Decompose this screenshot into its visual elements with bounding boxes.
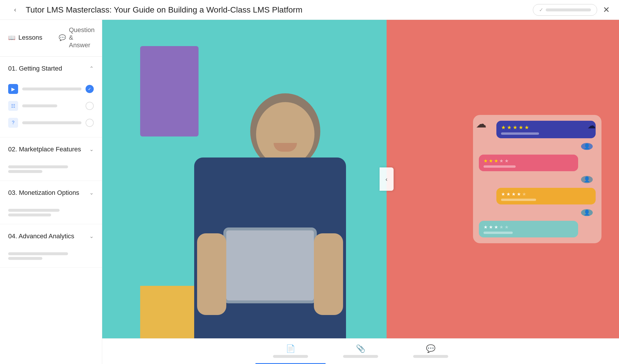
chat-card: ☁ ☁ ★★★★★ 👤 xyxy=(473,115,601,243)
right-arm xyxy=(314,233,343,315)
section-04-header[interactable]: 04. Advanced Analytics ⌄ xyxy=(0,224,102,248)
toolbar-qa[interactable]: 💬 xyxy=(396,339,466,364)
video-left-panel: ‹ xyxy=(102,20,387,338)
qa-bar xyxy=(413,355,448,358)
section-04: 04. Advanced Analytics ⌄ xyxy=(0,224,102,268)
check-icon: ✓ xyxy=(539,7,543,13)
bubble-bar xyxy=(501,132,539,135)
main-layout: 📖 Lessons 💬 Question & Answer 01. Gettin… xyxy=(0,20,619,364)
notes-bar xyxy=(273,355,308,358)
qa-toolbar-icon: 💬 xyxy=(426,344,435,353)
section-01-title: 01. Getting Started xyxy=(8,65,62,72)
section-02-chevron: ⌄ xyxy=(89,146,94,153)
header-actions: ✓ ✕ xyxy=(533,4,610,16)
star-rating-4: ★★★★★ xyxy=(484,224,573,230)
video-background: ‹ ☁ ☁ ★★★★★ xyxy=(102,20,619,338)
lessons-tab-icon: 📖 xyxy=(8,34,15,41)
avatar-right-2: 👤 xyxy=(581,176,593,183)
skeleton-bar xyxy=(8,170,42,173)
cloud-icon-left: ☁ xyxy=(476,118,486,130)
section-01-header[interactable]: 01. Getting Started ⌃ xyxy=(0,57,102,80)
avatar-right-3: 👤 xyxy=(581,209,593,216)
bottom-toolbar: 📄 📎 💬 xyxy=(102,338,619,364)
tablet-device xyxy=(223,228,317,303)
left-arm xyxy=(197,233,226,315)
star-rating: ★★★★★ xyxy=(501,124,591,131)
person-smile xyxy=(274,143,297,152)
toolbar-attachments[interactable]: 📎 xyxy=(326,339,396,364)
avatar-right-1: 👤 xyxy=(581,143,593,150)
doc-icon: ☷ xyxy=(8,101,18,111)
skeleton-bar xyxy=(8,209,60,212)
section-01: 01. Getting Started ⌃ ▶ ✓ ☷ xyxy=(0,57,102,137)
section-list: 01. Getting Started ⌃ ▶ ✓ ☷ xyxy=(0,57,102,364)
section-02-skeleton xyxy=(0,161,102,181)
lesson-check-empty xyxy=(86,119,94,127)
section-04-chevron: ⌄ xyxy=(89,233,94,239)
sidebar-tabs: 📖 Lessons 💬 Question & Answer xyxy=(0,20,102,57)
progress-bar xyxy=(546,8,591,11)
skeleton-bar xyxy=(8,214,51,216)
sidebar: 📖 Lessons 💬 Question & Answer 01. Gettin… xyxy=(0,20,102,364)
section-01-chevron: ⌃ xyxy=(89,65,94,72)
star-rating-2: ★★★★★ xyxy=(484,158,573,164)
video-area: ‹ ☁ ☁ ★★★★★ xyxy=(102,20,619,338)
play-icon: ▶ xyxy=(8,84,18,94)
attachments-bar xyxy=(343,355,378,358)
bubble-bar-2 xyxy=(484,165,516,168)
person-container xyxy=(183,20,387,338)
qa-tab-label: Question & Answer xyxy=(69,26,95,49)
lesson-item[interactable]: ☷ xyxy=(8,97,94,114)
progress-badge: ✓ xyxy=(533,4,597,16)
lesson-check-completed: ✓ xyxy=(86,85,94,93)
skeleton-bar xyxy=(8,165,68,168)
close-button[interactable]: ✕ xyxy=(603,6,610,14)
attachment-icon: 📎 xyxy=(356,344,365,353)
video-right-panel: ☁ ☁ ★★★★★ 👤 xyxy=(387,20,619,338)
collapse-sidebar-button[interactable]: ‹ xyxy=(380,167,394,191)
section-02: 02. Marketplace Features ⌄ xyxy=(0,137,102,181)
lesson-title-bar xyxy=(22,121,81,124)
lessons-tab-label: Lessons xyxy=(18,34,42,41)
content-area: ‹ ☁ ☁ ★★★★★ xyxy=(102,20,619,364)
section-03-chevron: ⌄ xyxy=(89,190,94,196)
tab-lessons[interactable]: 📖 Lessons xyxy=(0,20,51,56)
lesson-check-empty xyxy=(86,102,94,110)
chat-bubble-pink: ★★★★★ xyxy=(479,155,578,171)
cloud-icon-right: ☁ xyxy=(587,121,596,130)
chat-bubble-teal: ★★★★★ xyxy=(479,221,578,237)
quiz-icon: ? xyxy=(8,118,18,128)
chat-bubble-blue: ★★★★★ xyxy=(496,121,596,138)
toolbar-notes[interactable]: 📄 xyxy=(255,339,326,364)
star-rating-3: ★★★★★ xyxy=(501,191,591,197)
notes-icon: 📄 xyxy=(286,344,295,353)
section-02-title: 02. Marketplace Features xyxy=(8,146,81,153)
lesson-item[interactable]: ? xyxy=(8,114,94,131)
skeleton-bar xyxy=(8,257,42,260)
lesson-title-bar xyxy=(22,104,57,107)
skeleton-bar xyxy=(8,252,68,255)
page-title: Tutor LMS Masterclass: Your Guide on Bui… xyxy=(26,5,533,15)
bubble-bar-4 xyxy=(484,232,513,234)
section-01-lessons: ▶ ✓ ☷ ? xyxy=(0,80,102,137)
section-04-skeleton xyxy=(0,248,102,267)
section-03-title: 03. Monetization Options xyxy=(8,189,79,197)
lesson-item[interactable]: ▶ ✓ xyxy=(8,80,94,97)
section-02-header[interactable]: 02. Marketplace Features ⌄ xyxy=(0,137,102,161)
person-face xyxy=(256,102,314,166)
section-03-header[interactable]: 03. Monetization Options ⌄ xyxy=(0,181,102,205)
person-figure xyxy=(198,88,373,338)
header: ‹ Tutor LMS Masterclass: Your Guide on B… xyxy=(0,0,619,20)
section-04-title: 04. Advanced Analytics xyxy=(8,232,74,240)
bubble-bar-3 xyxy=(501,199,536,201)
lesson-title-bar xyxy=(22,88,81,90)
section-03-skeleton xyxy=(0,205,102,224)
qa-tab-icon: 💬 xyxy=(59,34,66,41)
person-body xyxy=(194,158,346,338)
section-03: 03. Monetization Options ⌄ xyxy=(0,181,102,224)
tab-qa[interactable]: 💬 Question & Answer xyxy=(51,20,102,56)
back-button[interactable]: ‹ xyxy=(9,4,21,16)
chat-bubble-orange: ★★★★★ xyxy=(496,188,596,204)
